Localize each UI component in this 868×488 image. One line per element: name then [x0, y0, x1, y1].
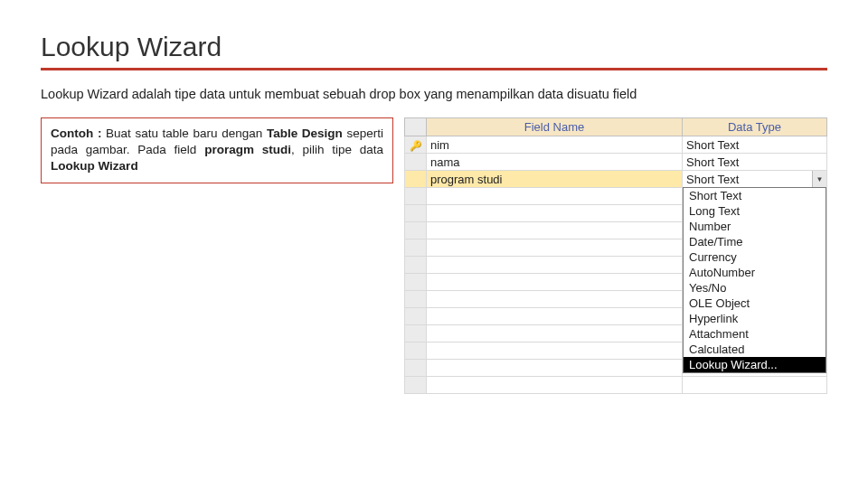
data-type-value: Short Text — [686, 173, 739, 186]
callout-text-3: , pilih tipe data — [291, 143, 383, 156]
data-type-dropdown[interactable]: Short Text Long Text Number Date/Time Cu… — [683, 187, 826, 373]
field-name-cell[interactable]: nim — [427, 136, 683, 154]
table-design-grid: Field Name Data Type 🔑 nim Short Text na… — [404, 117, 827, 488]
dropdown-option[interactable]: Calculated — [684, 342, 826, 357]
table-row[interactable] — [405, 377, 827, 394]
column-header-type[interactable]: Data Type — [683, 118, 827, 136]
dropdown-option[interactable]: Hyperlink — [684, 311, 826, 326]
field-name-cell[interactable]: nama — [427, 154, 683, 171]
dropdown-option[interactable]: OLE Object — [684, 296, 826, 311]
dropdown-option[interactable]: Attachment — [684, 326, 826, 342]
dropdown-option[interactable]: Number — [684, 219, 826, 234]
field-name-cell[interactable]: program studi — [427, 171, 683, 188]
chevron-down-icon[interactable]: ▼ — [812, 171, 826, 187]
callout-strong-3: Lookup Wizard — [51, 159, 138, 173]
dropdown-option[interactable]: Yes/No — [684, 280, 826, 296]
dropdown-option[interactable]: Currency — [684, 249, 826, 265]
data-type-cell[interactable]: Short Text — [683, 136, 827, 154]
table-row[interactable]: program studi Short Text ▼ Short Text Lo… — [405, 171, 827, 188]
example-callout: Contoh : Buat satu table baru dengan Tab… — [41, 117, 393, 183]
row-selector-header — [405, 118, 427, 136]
description-text: Lookup Wizard adalah tipe data untuk mem… — [41, 87, 827, 101]
page-title: Lookup Wizard — [41, 32, 827, 70]
table-row[interactable]: 🔑 nim Short Text — [405, 136, 827, 154]
callout-text-1: Buat satu table baru dengan — [101, 127, 267, 140]
column-header-field[interactable]: Field Name — [427, 118, 683, 136]
dropdown-option[interactable]: Short Text — [684, 188, 826, 203]
primary-key-icon: 🔑 — [405, 136, 427, 154]
data-type-cell[interactable]: Short Text — [683, 154, 827, 171]
data-type-dropdown-cell[interactable]: Short Text ▼ Short Text Long Text Number… — [683, 171, 827, 188]
row-selector-active — [405, 171, 427, 188]
callout-strong-2: proragm studi — [204, 143, 291, 156]
dropdown-option[interactable]: Long Text — [684, 203, 826, 219]
dropdown-option[interactable]: Date/Time — [684, 234, 826, 249]
callout-strong-1: Table Design — [267, 127, 343, 140]
callout-label: Contoh : — [51, 127, 101, 140]
dropdown-option[interactable]: AutoNumber — [684, 265, 826, 280]
row-selector — [405, 154, 427, 171]
table-row[interactable]: nama Short Text — [405, 154, 827, 171]
dropdown-option-highlighted[interactable]: Lookup Wizard... — [684, 357, 826, 372]
